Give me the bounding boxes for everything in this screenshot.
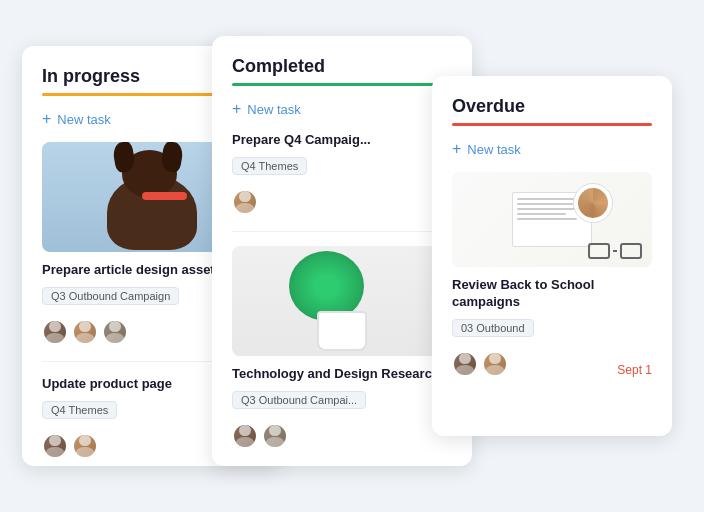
card-title-completed: Completed bbox=[232, 56, 452, 77]
avatar bbox=[72, 433, 98, 459]
avatar bbox=[102, 319, 128, 345]
card-line-overdue bbox=[452, 123, 652, 126]
divider bbox=[232, 231, 452, 232]
task-tag-4: Q3 Outbound Campai... bbox=[232, 391, 366, 409]
task-tag-5: 03 Outbound bbox=[452, 319, 534, 337]
new-task-btn-completed[interactable]: + New task bbox=[232, 100, 452, 118]
task-image-plant bbox=[232, 246, 452, 356]
task-tag-2: Q4 Themes bbox=[42, 401, 117, 419]
task-title-3: Prepare Q4 Campaig... bbox=[232, 132, 452, 149]
task-item-4: Technology and Design Research Q3 Outbou… bbox=[232, 246, 452, 449]
new-task-btn-overdue[interactable]: + New task bbox=[452, 140, 652, 158]
plus-icon-inprogress: + bbox=[42, 110, 51, 128]
avatar bbox=[72, 319, 98, 345]
task-avatars-3 bbox=[232, 189, 452, 215]
plus-icon-completed: + bbox=[232, 100, 241, 118]
card-header-overdue: Overdue bbox=[452, 96, 652, 126]
task-item-5: Review Back to School campaigns 03 Outbo… bbox=[452, 172, 652, 377]
card-title-overdue: Overdue bbox=[452, 96, 652, 117]
avatar bbox=[482, 351, 508, 377]
new-task-label-overdue: New task bbox=[467, 142, 520, 157]
new-task-label-inprogress: New task bbox=[57, 112, 110, 127]
task-item-bottom-5: 03 Outbound Sept 1 bbox=[452, 318, 652, 377]
card-header-completed: Completed bbox=[232, 56, 452, 86]
task-item-3: Prepare Q4 Campaig... Q4 Themes bbox=[232, 132, 452, 215]
task-tag-1: Q3 Outbound Campaign bbox=[42, 287, 179, 305]
avatar bbox=[42, 319, 68, 345]
card-line-completed bbox=[232, 83, 452, 86]
task-title-4: Technology and Design Research bbox=[232, 366, 452, 383]
avatar bbox=[262, 423, 288, 449]
task-tag-3: Q4 Themes bbox=[232, 157, 307, 175]
new-task-label-completed: New task bbox=[247, 102, 300, 117]
avatar bbox=[232, 189, 258, 215]
avatar bbox=[232, 423, 258, 449]
task-image-coffee bbox=[452, 172, 652, 267]
card-overdue: Overdue + New task bbox=[432, 76, 672, 436]
task-avatars-4 bbox=[232, 423, 452, 449]
due-date-5: Sept 1 bbox=[617, 363, 652, 377]
plus-icon-overdue: + bbox=[452, 140, 461, 158]
avatar bbox=[42, 433, 68, 459]
avatar bbox=[452, 351, 478, 377]
task-title-5: Review Back to School campaigns bbox=[452, 277, 652, 311]
task-avatars-5 bbox=[452, 351, 534, 377]
